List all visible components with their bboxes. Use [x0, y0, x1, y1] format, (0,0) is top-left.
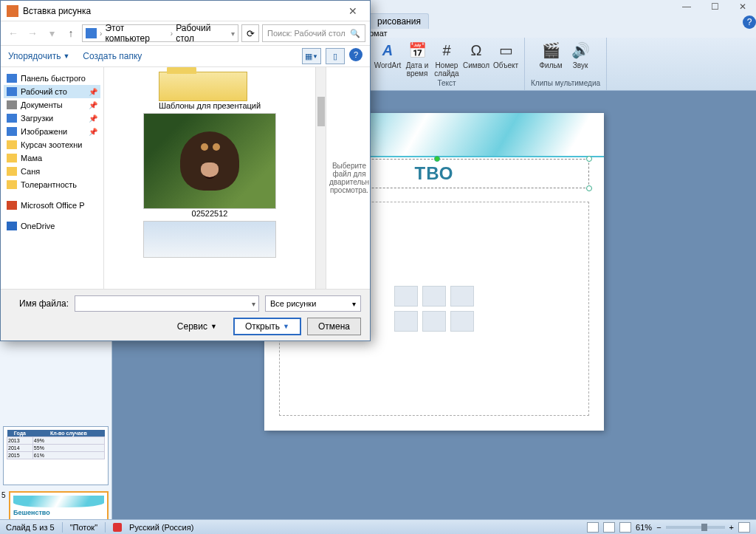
tree-kursach[interactable]: Курсач зоотехни [4, 138, 100, 151]
folder-icon [159, 72, 247, 101]
cancel-button[interactable]: Отмена [307, 318, 361, 335]
status-theme: "Поток" [70, 523, 97, 532]
close-button[interactable]: ✕ [734, 0, 752, 13]
zoom-in-button[interactable]: + [729, 523, 734, 532]
computer-icon [86, 28, 97, 38]
dialog-body: Панель быстрого Рабочий сто📌 Документы📌 … [1, 67, 370, 289]
tree-onedrive[interactable]: OneDrive [4, 219, 100, 233]
image-thumbnail [143, 113, 276, 209]
search-input[interactable]: Поиск: Рабочий стол 🔍 [262, 24, 365, 42]
placeholder-icons[interactable] [394, 286, 474, 332]
ribbon-group-text: AWordArt 📅Дата и время #Номер слайда ΩСи… [369, 38, 525, 90]
tree-tolerance[interactable]: Толерантность [4, 178, 100, 191]
file-dog-image[interactable]: 02522512 [143, 113, 276, 218]
organize-button[interactable]: Упорядочить ▼ [8, 51, 69, 61]
dialog-nav: ← → ▾ ↑ › Этот компьютер › Рабочий стол … [1, 21, 370, 45]
back-button[interactable]: ← [5, 25, 21, 41]
thumb-title: Бешенство [13, 509, 104, 516]
tree-documents[interactable]: Документы📌 [4, 98, 100, 112]
tree-desktop[interactable]: Рабочий сто📌 [4, 85, 100, 98]
new-folder-button[interactable]: Создать папку [83, 51, 142, 61]
file-label: Шаблоны для презентаций [159, 101, 261, 110]
tree-images[interactable]: Изображени📌 [4, 125, 100, 138]
view-mode-button[interactable]: ▦▼ [302, 48, 321, 64]
crumb-desktop[interactable]: Рабочий стол [176, 23, 228, 44]
filename-input[interactable]: ▾ [75, 295, 259, 312]
view-sorter-button[interactable] [603, 522, 615, 533]
group-label-text: Текст [437, 78, 456, 89]
tab-format[interactable]: рмат [369, 29, 388, 38]
dialog-title: Вставка рисунка [23, 6, 91, 16]
nav-tree: Панель быстрого Рабочий сто📌 Документы📌 … [1, 67, 104, 289]
tools-button[interactable]: Сервис ▼ [167, 318, 227, 335]
help-button[interactable]: ? [743, 16, 756, 29]
pin-icon: 📌 [89, 88, 97, 96]
zoom-out-button[interactable]: − [656, 523, 661, 532]
group-label-media: Клипы мультимедиа [531, 78, 600, 89]
file-label: 02522512 [143, 209, 276, 218]
dialog-toolbar: Упорядочить ▼ Создать папку ▦▼ ▯ ? [1, 45, 370, 67]
movie-button[interactable]: 🎬Фильм [538, 41, 563, 78]
recent-dropdown[interactable]: ▾ [44, 25, 60, 41]
insert-picture-dialog: Вставка рисунка ✕ ← → ▾ ↑ › Этот компьют… [0, 0, 371, 341]
slide-number-button[interactable]: #Номер слайда [434, 41, 459, 78]
crumb-computer[interactable]: Этот компьютер [105, 23, 167, 44]
search-icon: 🔍 [350, 29, 360, 38]
minimize-button[interactable]: — [678, 0, 695, 13]
fit-button[interactable] [738, 522, 750, 533]
spellcheck-icon[interactable] [113, 523, 122, 532]
dialog-help-button[interactable]: ? [349, 48, 362, 61]
status-bar: Слайд 5 из 5 "Поток" Русский (Россия) 61… [0, 519, 756, 534]
ribbon-group-media: 🎬Фильм 🔊Звук Клипы мультимедиа [525, 38, 607, 90]
thumb-table: ГодаКл-во случаев 201349% 201455% 201561… [7, 430, 105, 459]
status-slide: Слайд 5 из 5 [6, 523, 55, 532]
file-filter-dropdown[interactable]: Все рисунки▾ [265, 295, 361, 312]
tree-quick-access[interactable]: Панель быстрого [4, 72, 100, 85]
slide-thumb-4[interactable]: ГодаКл-во случаев 201349% 201455% 201561… [3, 426, 109, 485]
zoom-level[interactable]: 61% [636, 523, 652, 532]
maximize-button[interactable]: ☐ [706, 0, 724, 13]
object-button[interactable]: ▭Объект [493, 41, 518, 78]
scrollbar[interactable] [315, 67, 326, 289]
dialog-titlebar: Вставка рисунка ✕ [1, 1, 370, 21]
zoom-slider[interactable] [666, 526, 725, 529]
view-normal-button[interactable] [587, 522, 599, 533]
dialog-footer: Имя файла: ▾ Все рисунки▾ Сервис ▼ Откры… [1, 289, 370, 340]
refresh-button[interactable]: ⟳ [241, 24, 259, 42]
symbol-button[interactable]: ΩСимвол [464, 41, 489, 78]
file-list[interactable]: Шаблоны для презентаций 02522512 Выберит… [104, 67, 370, 289]
breadcrumb[interactable]: › Этот компьютер › Рабочий стол ▾ [82, 24, 238, 42]
tree-mama[interactable]: Мама [4, 151, 100, 165]
wordart-button[interactable]: AWordArt [375, 41, 400, 78]
file-screenshot[interactable] [143, 221, 276, 258]
tree-msoffice[interactable]: Microsoft Office P [4, 199, 100, 212]
view-slideshow-button[interactable] [619, 522, 631, 533]
tree-sanya[interactable]: Саня [4, 165, 100, 178]
forward-button[interactable]: → [24, 25, 41, 41]
preview-pane: Выберите файл для дварительн просмотра. [326, 67, 370, 289]
image-thumbnail [143, 221, 276, 258]
file-templates-folder[interactable]: Шаблоны для презентаций [159, 72, 261, 110]
status-language[interactable]: Русский (Россия) [129, 523, 193, 532]
preview-toggle-button[interactable]: ▯ [326, 48, 345, 64]
open-button[interactable]: Открыть▼ [233, 318, 301, 335]
title-text: ТВО [414, 163, 453, 184]
dialog-icon [7, 5, 18, 17]
filename-label: Имя файла: [10, 298, 69, 309]
thumb-number: 5 [1, 491, 6, 499]
dialog-close-button[interactable]: ✕ [342, 4, 364, 18]
tree-downloads[interactable]: Загрузки📌 [4, 112, 100, 125]
date-time-button[interactable]: 📅Дата и время [405, 41, 430, 78]
up-button[interactable]: ↑ [63, 25, 79, 41]
sound-button[interactable]: 🔊Звук [568, 41, 593, 78]
tab-drawing[interactable]: рисования [369, 13, 429, 29]
